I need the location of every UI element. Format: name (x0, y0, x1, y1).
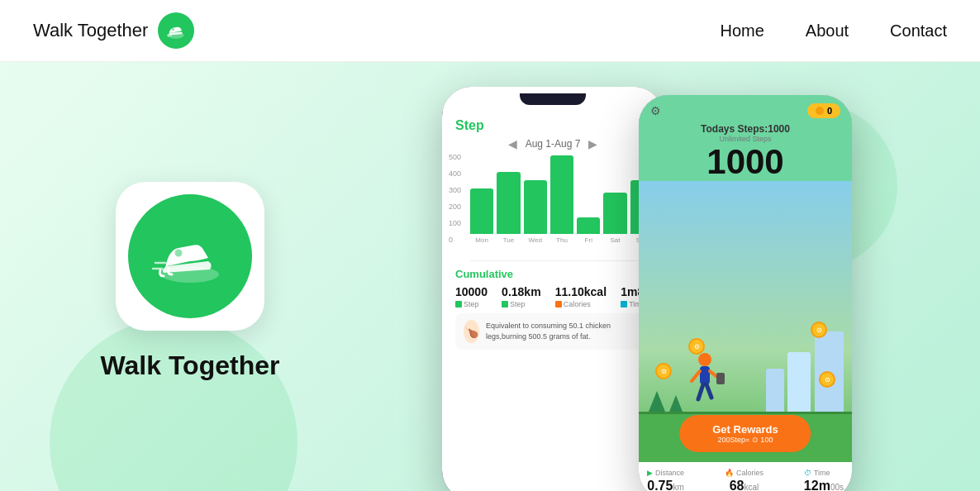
svg-rect-12 (716, 373, 725, 384)
nav-links: Home About Contact (720, 21, 947, 41)
svg-point-3 (175, 249, 183, 256)
distance-value: 0.75 (647, 479, 673, 491)
bar-thu: Thu (550, 155, 573, 244)
date-navigation: ◀ Aug 1-Aug 7 ▶ (455, 138, 650, 150)
building-decoration-2 (787, 352, 811, 414)
bar-mon: Mon (470, 188, 493, 244)
calories-label: 🔥 Calories (725, 469, 764, 477)
today-steps-label: Todays Steps:1000 (650, 123, 840, 135)
calories-value: 68 (730, 479, 745, 491)
hero-section: Walk Together Step ◀ Aug 1-Aug 7 ▶ (0, 62, 980, 491)
walker-figure (680, 348, 730, 414)
rf-distance: ▶ Distance 0.75km (647, 469, 684, 491)
cumulative-section: Cumulative 10000 Step 0.18km Step 11.10k… (442, 261, 664, 350)
nav-contact[interactable]: Contact (890, 21, 947, 41)
svg-line-8 (698, 384, 703, 399)
svg-line-9 (706, 384, 711, 398)
next-date-button[interactable]: ▶ (588, 138, 597, 150)
step-phone: Step ◀ Aug 1-Aug 7 ▶ 0 100 200 300 400 (442, 87, 664, 491)
bar-wed: Wed (524, 180, 547, 244)
cumulative-stats: 10000 Step 0.18km Step 11.10kcal Calorie… (455, 285, 650, 308)
nav-about[interactable]: About (806, 21, 849, 41)
reward-scene: ⊙ ⊙ ⊙ ⊙ Get Rewards 200Step= ⊙ 100 (639, 181, 852, 462)
settings-icon[interactable]: ⚙ (650, 104, 661, 117)
svg-point-6 (698, 353, 711, 366)
coin-badge: 0 (807, 103, 840, 118)
ground-line (639, 412, 852, 414)
food-tip: 🍗 Equivalent to consuming 50.1 chicken l… (455, 313, 650, 350)
time-value: 12m (804, 479, 830, 491)
cum-distance: 0.18km Step (502, 285, 540, 308)
coin-1: ⊙ (655, 363, 672, 379)
phone-notch-bar (442, 87, 664, 112)
nav-title: Walk Together (33, 20, 148, 41)
app-icon (116, 182, 264, 331)
phone-notch (520, 93, 586, 105)
rf-time: ⏱ Time 12m00s (804, 469, 844, 491)
phones-area: Step ◀ Aug 1-Aug 7 ▶ 0 100 200 300 400 (314, 62, 980, 491)
rewards-phone: ⚙ 0 Todays Steps:1000 Unlimited Steps 10… (639, 95, 852, 491)
nav-logo (158, 12, 194, 49)
cum-calories: 11.10kcal Calories (555, 285, 607, 308)
step-section: Step ◀ Aug 1-Aug 7 ▶ (442, 112, 664, 153)
shoe-icon (164, 19, 188, 42)
bar-chart: 0 100 200 300 400 500 Mon (442, 153, 664, 260)
rf-calories: 🔥 Calories 68kcal (725, 469, 764, 491)
calories-icon: 🔥 (725, 469, 734, 477)
steps-count: 1000 (650, 145, 840, 179)
bar-fri: Fri (577, 217, 600, 244)
navbar: Walk Together Home About Contact (0, 0, 980, 62)
distance-label: ▶ Distance (647, 469, 684, 477)
app-icon-circle (128, 194, 252, 318)
bar-tue: Tue (497, 172, 520, 244)
reward-header: ⚙ 0 Todays Steps:1000 Unlimited Steps 10… (639, 95, 852, 181)
hero-app-name: Walk Together (101, 350, 280, 381)
time-icon: ⏱ (804, 469, 811, 477)
shoe-large-icon (149, 215, 231, 298)
date-range: Aug 1-Aug 7 (526, 138, 581, 150)
nav-home[interactable]: Home (720, 21, 764, 41)
bar-sat: Sat (603, 193, 626, 244)
svg-rect-7 (700, 366, 710, 384)
prev-date-button[interactable]: ◀ (508, 138, 517, 150)
cum-steps: 10000 Step (455, 285, 488, 308)
chart-y-labels: 0 100 200 300 400 500 (449, 153, 461, 244)
distance-icon: ▶ (647, 469, 653, 477)
hero-left-panel: Walk Together (0, 182, 314, 381)
rewards-phone-screen: ⚙ 0 Todays Steps:1000 Unlimited Steps 10… (639, 95, 852, 491)
food-icon: 🍗 (464, 320, 479, 343)
step-title: Step (455, 118, 650, 133)
coin-count: 0 (827, 106, 832, 116)
time-label: ⏱ Time (804, 469, 844, 477)
coin-4: ⊙ (819, 371, 835, 388)
coin-icon (816, 107, 824, 115)
cumulative-title: Cumulative (455, 268, 650, 280)
svg-point-1 (173, 28, 175, 31)
reward-footer: ▶ Distance 0.75km 🔥 Calories 68kcal (639, 462, 852, 491)
get-rewards-label: Get Rewards (712, 423, 778, 436)
brand: Walk Together (33, 12, 194, 49)
svg-line-10 (692, 371, 700, 381)
get-rewards-sub: 200Step= ⊙ 100 (712, 436, 778, 444)
reward-top-bar: ⚙ 0 (650, 103, 840, 118)
get-rewards-button[interactable]: Get Rewards 200Step= ⊙ 100 (679, 415, 811, 452)
step-phone-screen: Step ◀ Aug 1-Aug 7 ▶ 0 100 200 300 400 (442, 87, 664, 491)
food-tip-text: Equivalent to consuming 50.1 chicken leg… (486, 321, 642, 341)
building-decoration-3 (766, 369, 784, 414)
coin-3: ⊙ (811, 322, 827, 338)
chart-bars: Mon Tue Wed Thu (470, 153, 654, 244)
